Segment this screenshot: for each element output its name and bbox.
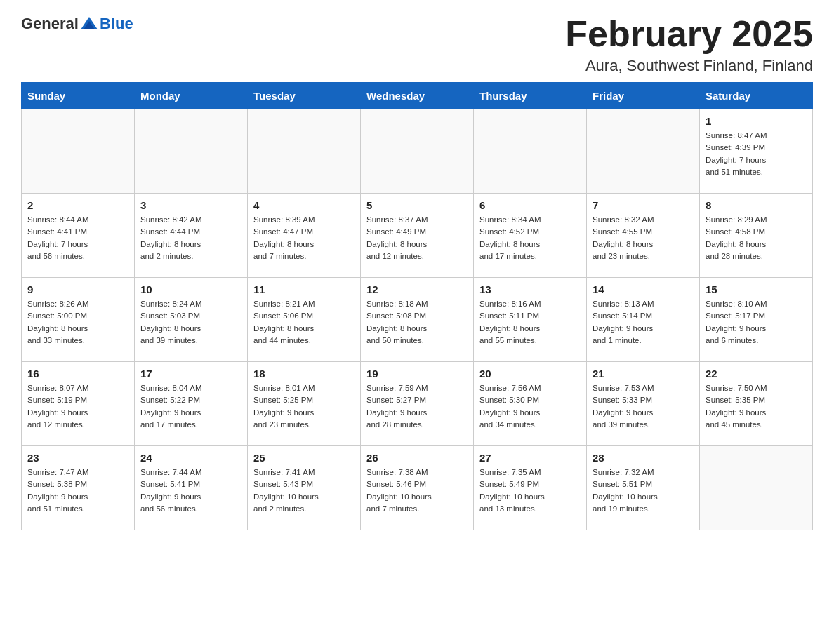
calendar-cell: [361, 109, 474, 194]
day-number: 13: [479, 283, 581, 295]
calendar-cell: [474, 109, 587, 194]
day-info: Sunrise: 8:07 AMSunset: 5:19 PMDaylight:…: [27, 382, 128, 431]
day-info: Sunrise: 7:35 AMSunset: 5:49 PMDaylight:…: [479, 467, 581, 515]
header-day-friday: Friday: [587, 83, 700, 109]
day-number: 22: [706, 368, 807, 380]
day-info: Sunrise: 8:26 AMSunset: 5:00 PMDaylight:…: [27, 298, 128, 347]
calendar-cell: [135, 109, 248, 194]
day-info: Sunrise: 8:16 AMSunset: 5:11 PMDaylight:…: [479, 298, 581, 347]
day-number: 23: [27, 452, 128, 464]
page-header: General Blue February 2025 Aura, Southwe…: [21, 14, 813, 75]
day-number: 11: [253, 283, 355, 295]
calendar-cell: 24Sunrise: 7:44 AMSunset: 5:41 PMDayligh…: [135, 446, 248, 530]
day-number: 8: [706, 199, 807, 211]
title-block: February 2025 Aura, Southwest Finland, F…: [565, 14, 813, 75]
calendar-cell: 27Sunrise: 7:35 AMSunset: 5:49 PMDayligh…: [474, 446, 587, 530]
day-info: Sunrise: 8:13 AMSunset: 5:14 PMDaylight:…: [593, 298, 694, 347]
calendar-cell: 21Sunrise: 7:53 AMSunset: 5:33 PMDayligh…: [587, 362, 700, 446]
day-info: Sunrise: 8:42 AMSunset: 4:44 PMDaylight:…: [140, 214, 241, 262]
day-info: Sunrise: 7:47 AMSunset: 5:38 PMDaylight:…: [27, 467, 128, 515]
calendar-week-5: 23Sunrise: 7:47 AMSunset: 5:38 PMDayligh…: [22, 446, 813, 530]
day-number: 20: [479, 368, 581, 380]
logo-blue-text: Blue: [100, 15, 133, 32]
calendar-cell: [248, 109, 361, 194]
logo-general-text: General: [21, 15, 79, 33]
day-info: Sunrise: 8:32 AMSunset: 4:55 PMDaylight:…: [593, 214, 694, 262]
calendar-cell: 8Sunrise: 8:29 AMSunset: 4:58 PMDaylight…: [700, 194, 813, 278]
calendar-cell: 6Sunrise: 8:34 AMSunset: 4:52 PMDaylight…: [474, 194, 587, 278]
day-number: 2: [27, 199, 128, 211]
day-number: 25: [253, 452, 355, 464]
day-number: 28: [593, 452, 694, 464]
day-info: Sunrise: 8:44 AMSunset: 4:41 PMDaylight:…: [27, 214, 128, 262]
calendar-cell: [22, 109, 135, 194]
calendar-cell: 9Sunrise: 8:26 AMSunset: 5:00 PMDaylight…: [22, 278, 135, 362]
header-day-monday: Monday: [135, 83, 248, 109]
day-info: Sunrise: 8:37 AMSunset: 4:49 PMDaylight:…: [366, 214, 468, 262]
calendar-cell: 19Sunrise: 7:59 AMSunset: 5:27 PMDayligh…: [361, 362, 474, 446]
day-number: 10: [140, 283, 241, 295]
day-number: 1: [706, 115, 807, 127]
subtitle: Aura, Southwest Finland, Finland: [565, 57, 813, 75]
calendar-cell: 17Sunrise: 8:04 AMSunset: 5:22 PMDayligh…: [135, 362, 248, 446]
header-day-sunday: Sunday: [22, 83, 135, 109]
header-row: SundayMondayTuesdayWednesdayThursdayFrid…: [22, 83, 813, 109]
day-number: 18: [253, 368, 355, 380]
day-info: Sunrise: 7:32 AMSunset: 5:51 PMDaylight:…: [593, 467, 694, 515]
calendar-header: SundayMondayTuesdayWednesdayThursdayFrid…: [22, 83, 813, 109]
logo-icon: [79, 14, 99, 34]
calendar-cell: 3Sunrise: 8:42 AMSunset: 4:44 PMDaylight…: [135, 194, 248, 278]
day-info: Sunrise: 7:41 AMSunset: 5:43 PMDaylight:…: [253, 467, 355, 515]
calendar-cell: 1Sunrise: 8:47 AMSunset: 4:39 PMDaylight…: [700, 109, 813, 194]
calendar-cell: 11Sunrise: 8:21 AMSunset: 5:06 PMDayligh…: [248, 278, 361, 362]
calendar-cell: 13Sunrise: 8:16 AMSunset: 5:11 PMDayligh…: [474, 278, 587, 362]
calendar-week-4: 16Sunrise: 8:07 AMSunset: 5:19 PMDayligh…: [22, 362, 813, 446]
calendar-week-1: 1Sunrise: 8:47 AMSunset: 4:39 PMDaylight…: [22, 109, 813, 194]
day-info: Sunrise: 8:24 AMSunset: 5:03 PMDaylight:…: [140, 298, 241, 347]
day-number: 9: [27, 283, 128, 295]
day-info: Sunrise: 7:59 AMSunset: 5:27 PMDaylight:…: [366, 382, 468, 431]
day-info: Sunrise: 8:01 AMSunset: 5:25 PMDaylight:…: [253, 382, 355, 431]
calendar-cell: 22Sunrise: 7:50 AMSunset: 5:35 PMDayligh…: [700, 362, 813, 446]
calendar-cell: 2Sunrise: 8:44 AMSunset: 4:41 PMDaylight…: [22, 194, 135, 278]
calendar-cell: [587, 109, 700, 194]
header-day-thursday: Thursday: [474, 83, 587, 109]
calendar-cell: 10Sunrise: 8:24 AMSunset: 5:03 PMDayligh…: [135, 278, 248, 362]
day-number: 27: [479, 452, 581, 464]
day-info: Sunrise: 7:56 AMSunset: 5:30 PMDaylight:…: [479, 382, 581, 431]
calendar-cell: 14Sunrise: 8:13 AMSunset: 5:14 PMDayligh…: [587, 278, 700, 362]
day-number: 5: [366, 199, 468, 211]
day-number: 14: [593, 283, 694, 295]
calendar-cell: 7Sunrise: 8:32 AMSunset: 4:55 PMDaylight…: [587, 194, 700, 278]
calendar-cell: 4Sunrise: 8:39 AMSunset: 4:47 PMDaylight…: [248, 194, 361, 278]
day-number: 26: [366, 452, 468, 464]
day-number: 6: [479, 199, 581, 211]
day-info: Sunrise: 8:29 AMSunset: 4:58 PMDaylight:…: [706, 214, 807, 262]
day-number: 21: [593, 368, 694, 380]
calendar-cell: 15Sunrise: 8:10 AMSunset: 5:17 PMDayligh…: [700, 278, 813, 362]
calendar-cell: 26Sunrise: 7:38 AMSunset: 5:46 PMDayligh…: [361, 446, 474, 530]
day-number: 16: [27, 368, 128, 380]
calendar-week-3: 9Sunrise: 8:26 AMSunset: 5:00 PMDaylight…: [22, 278, 813, 362]
calendar-cell: 12Sunrise: 8:18 AMSunset: 5:08 PMDayligh…: [361, 278, 474, 362]
day-number: 7: [593, 199, 694, 211]
header-day-wednesday: Wednesday: [361, 83, 474, 109]
day-number: 19: [366, 368, 468, 380]
calendar-cell: 20Sunrise: 7:56 AMSunset: 5:30 PMDayligh…: [474, 362, 587, 446]
day-info: Sunrise: 8:34 AMSunset: 4:52 PMDaylight:…: [479, 214, 581, 262]
day-number: 17: [140, 368, 241, 380]
calendar-cell: [700, 446, 813, 530]
day-info: Sunrise: 8:10 AMSunset: 5:17 PMDaylight:…: [706, 298, 807, 347]
calendar-body: 1Sunrise: 8:47 AMSunset: 4:39 PMDaylight…: [22, 109, 813, 530]
calendar-table: SundayMondayTuesdayWednesdayThursdayFrid…: [21, 82, 813, 530]
day-info: Sunrise: 7:50 AMSunset: 5:35 PMDaylight:…: [706, 382, 807, 431]
header-day-tuesday: Tuesday: [248, 83, 361, 109]
calendar-cell: 16Sunrise: 8:07 AMSunset: 5:19 PMDayligh…: [22, 362, 135, 446]
logo: General Blue: [21, 14, 133, 34]
main-title: February 2025: [565, 14, 813, 54]
day-info: Sunrise: 7:38 AMSunset: 5:46 PMDaylight:…: [366, 467, 468, 515]
day-info: Sunrise: 8:39 AMSunset: 4:47 PMDaylight:…: [253, 214, 355, 262]
calendar-cell: 28Sunrise: 7:32 AMSunset: 5:51 PMDayligh…: [587, 446, 700, 530]
calendar-cell: 25Sunrise: 7:41 AMSunset: 5:43 PMDayligh…: [248, 446, 361, 530]
calendar-cell: 23Sunrise: 7:47 AMSunset: 5:38 PMDayligh…: [22, 446, 135, 530]
